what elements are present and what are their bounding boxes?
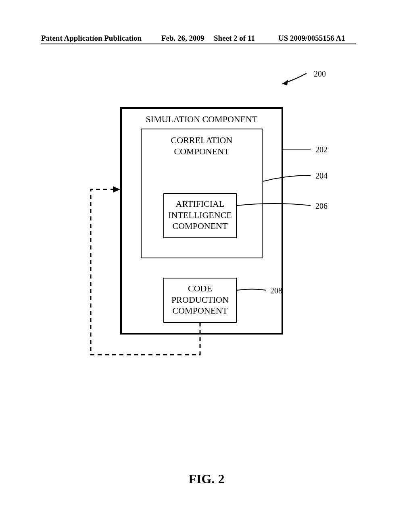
- figure-caption: FIG. 2: [0, 472, 413, 486]
- code-production-component-title: CODE PRODUCTION COMPONENT: [164, 283, 236, 316]
- svg-marker-1: [113, 186, 120, 193]
- ref-208: 208: [270, 286, 282, 295]
- ref-206-leader: [237, 204, 311, 206]
- ai-component-title: ARTIFICIAL INTELLIGENCE COMPONENT: [164, 198, 236, 232]
- ref-204-leader: [263, 175, 311, 181]
- ref-206: 206: [315, 202, 327, 211]
- diagram-svg: [0, 0, 413, 532]
- svg-marker-0: [282, 80, 288, 85]
- correlation-component-title: CORRELATION COMPONENT: [141, 135, 262, 157]
- ref-204: 204: [315, 171, 327, 181]
- ref-208-leader: [237, 289, 266, 291]
- ref-200-arrow: [282, 73, 307, 85]
- simulation-component-title: SIMULATION COMPONENT: [121, 114, 282, 125]
- ref-200: 200: [314, 69, 326, 79]
- ref-202: 202: [315, 145, 327, 154]
- patent-figure-page: Patent Application Publication Feb. 26, …: [0, 0, 413, 532]
